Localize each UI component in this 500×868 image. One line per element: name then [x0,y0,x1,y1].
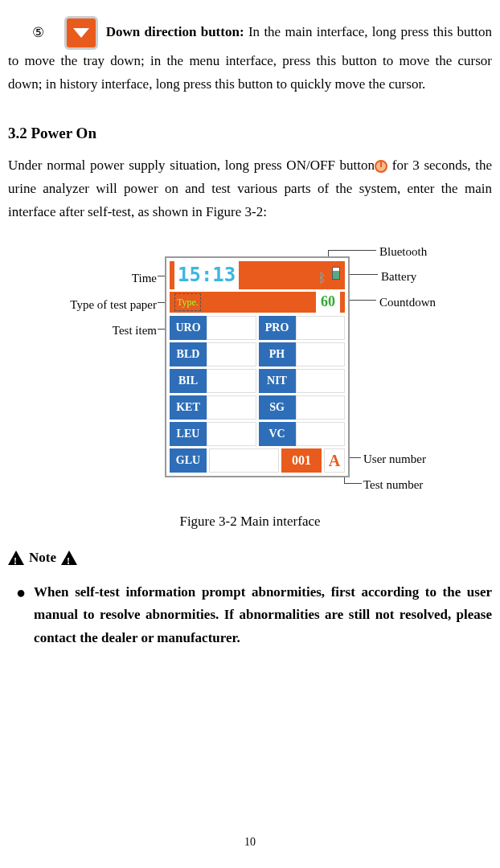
figure-3-2-diagram: Time Type of test paper Test item Blueto… [8,240,492,506]
power-icon [375,160,387,173]
device-screen: 15:13 ᛒ Type. 60 URO PRO BLD PH BIL NIT … [165,256,350,477]
battery-icon [332,267,340,280]
cell-vc: VC [259,422,296,446]
circled-number-5: ⑤ [32,22,44,45]
last-row: GLU 001 A [170,448,345,473]
cell-uro: URO [170,316,207,340]
callout-time: Time [117,268,157,289]
cell-leu: LEU [170,422,207,446]
test-item-grid: URO PRO BLD PH BIL NIT KET SG LEU VC [170,316,345,446]
cell-glu: GLU [170,448,207,473]
power-para-1: Under normal power supply situation, lon… [8,158,375,173]
callout-type: Type of test paper [44,295,157,316]
bluetooth-icon: ᛒ [318,267,330,283]
note-heading: Note [8,547,492,570]
callout-usernum: User number [363,449,426,470]
cell-bil: BIL [170,369,207,393]
item-5-paragraph: ⑤ Down direction button: In the main int… [8,16,492,96]
cell-sg: SG [259,395,296,420]
countdown-value: 60 [316,289,340,314]
callout-bluetooth: Bluetooth [379,242,427,263]
cell-pro: PRO [259,316,296,340]
callout-testitem: Test item [92,321,157,342]
warning-icon [61,551,77,565]
cell-ph: PH [259,342,296,366]
warning-icon [8,551,24,565]
callout-testnum: Test number [363,475,423,496]
page-number: 10 [8,833,492,852]
callout-battery: Battery [381,267,416,288]
cell-nit: NIT [259,369,296,393]
note-bullet-1: ● When self-test information prompt abno… [8,581,492,651]
callout-countdown: Countdown [379,293,436,313]
section-heading: 3.2 Power On [8,121,492,146]
note-label: Note [29,547,56,570]
bullet-1-text: When self-test information prompt abnorm… [34,581,492,651]
figure-caption: Figure 3-2 Main interface [8,510,492,534]
power-on-paragraph: Under normal power supply situation, lon… [8,154,492,224]
down-direction-icon [64,16,98,50]
test-number-value: A [324,448,345,473]
type-row: Type. 60 [170,292,345,313]
item-5-title: Down direction button: [106,24,244,39]
type-label: Type. [174,293,201,311]
cell-bld: BLD [170,342,207,366]
user-number-value: 001 [281,448,322,473]
bullet-dot-icon: ● [16,581,26,651]
status-bar: 15:13 ᛒ [170,261,345,289]
time-display: 15:13 [174,259,239,292]
cell-ket: KET [170,395,207,420]
